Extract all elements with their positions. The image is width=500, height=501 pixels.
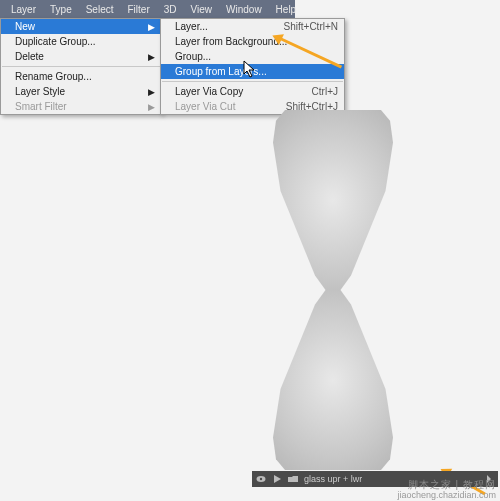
path-bar-text: glass upr + lwr xyxy=(304,474,362,484)
menu-item-new[interactable]: New ▶ xyxy=(1,19,161,34)
menu-window[interactable]: Window xyxy=(219,4,269,15)
menu-item-label: Delete xyxy=(15,51,147,62)
menu-item-label: New xyxy=(15,21,147,32)
menu-help[interactable]: Help xyxy=(269,4,304,15)
layer-context-menu: New ▶ Duplicate Group... Delete ▶ Rename… xyxy=(0,18,162,115)
submenu-arrow-icon: ▶ xyxy=(147,52,155,62)
menu-shortcut: Shift+Ctrl+N xyxy=(284,21,338,32)
menu-item-layer-via-copy[interactable]: Layer Via Copy Ctrl+J xyxy=(161,84,344,99)
menu-filter[interactable]: Filter xyxy=(121,4,157,15)
menu-select[interactable]: Select xyxy=(79,4,121,15)
menu-item-duplicate-group[interactable]: Duplicate Group... xyxy=(1,34,161,49)
submenu-arrow-icon: ▶ xyxy=(147,22,155,32)
watermark: 脚本之家 | 教程网 jiaocheng.chazidian.com xyxy=(397,479,496,501)
folder-icon[interactable] xyxy=(288,474,298,484)
menu-separator xyxy=(162,81,343,82)
menu-item-label: Layer... xyxy=(175,21,260,32)
menu-item-label: Layer Style xyxy=(15,86,147,97)
menu-item-layer-from-background[interactable]: Layer from Background... xyxy=(161,34,344,49)
menu-3d[interactable]: 3D xyxy=(157,4,184,15)
eye-icon[interactable] xyxy=(256,474,266,484)
menu-item-layer[interactable]: Layer... Shift+Ctrl+N xyxy=(161,19,344,34)
cursor-icon xyxy=(243,60,257,80)
menu-separator xyxy=(2,66,160,67)
menu-item-label: Layer Via Copy xyxy=(175,86,288,97)
play-icon[interactable] xyxy=(272,474,282,484)
hourglass-top xyxy=(258,110,408,290)
menu-item-delete[interactable]: Delete ▶ xyxy=(1,49,161,64)
menu-item-label: Smart Filter xyxy=(15,101,147,112)
watermark-line2: jiaocheng.chazidian.com xyxy=(397,490,496,501)
menu-item-layer-style[interactable]: Layer Style ▶ xyxy=(1,84,161,99)
canvas-hourglass-shape xyxy=(258,110,408,470)
menu-item-label: Duplicate Group... xyxy=(15,36,155,47)
menu-item-label: Layer from Background... xyxy=(175,36,338,47)
menu-item-label: Rename Group... xyxy=(15,71,155,82)
submenu-arrow-icon: ▶ xyxy=(147,102,155,112)
menu-item-smart-filter: Smart Filter ▶ xyxy=(1,99,161,114)
menu-item-label: Layer Via Cut xyxy=(175,101,262,112)
menubar: Layer Type Select Filter 3D View Window … xyxy=(0,0,295,18)
submenu-arrow-icon: ▶ xyxy=(147,87,155,97)
svg-point-1 xyxy=(260,478,262,480)
hourglass-bottom xyxy=(258,290,408,470)
menu-item-rename-group[interactable]: Rename Group... xyxy=(1,69,161,84)
menu-shortcut: Ctrl+J xyxy=(312,86,338,97)
watermark-line1: 脚本之家 | 教程网 xyxy=(397,479,496,490)
menu-type[interactable]: Type xyxy=(43,4,79,15)
menu-view[interactable]: View xyxy=(184,4,220,15)
menu-layer[interactable]: Layer xyxy=(4,4,43,15)
